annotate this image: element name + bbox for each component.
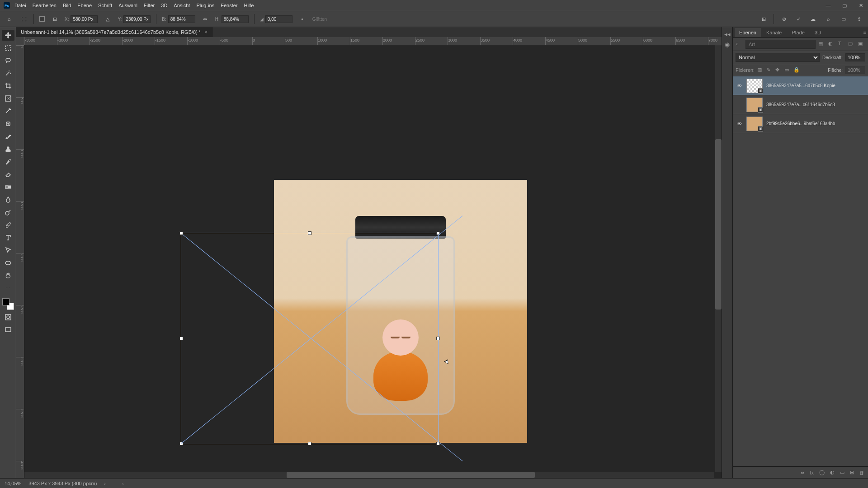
ruler-vertical[interactable]: 05001000150020002500300035004000 [16,45,24,478]
layer-name[interactable]: 2bf99c5e26bbe6...9baf6e163a4bb [766,121,865,126]
search-icon[interactable]: ⌕ [824,14,833,23]
document-info[interactable]: 3943 Px x 3943 Px (300 ppcm) [28,481,97,486]
layer-thumbnail[interactable]: ▣ [746,117,763,131]
layer-mask-icon[interactable]: ◯ [819,469,825,475]
menu-datei[interactable]: Datei [14,3,26,8]
commit-transform-icon[interactable]: ✓ [794,14,803,23]
quickmask-tool[interactable] [2,312,14,323]
layer-row[interactable]: 👁 ▣ 2bf99c5e26bbe6...9baf6e163a4bb [733,114,868,133]
dodge-tool[interactable] [2,207,14,218]
filter-image-icon[interactable]: ▤ [818,41,826,48]
delete-layer-icon[interactable]: 🗑 [859,470,864,475]
eraser-tool[interactable] [2,169,14,180]
wand-tool[interactable] [2,68,14,79]
tab-kanaele[interactable]: Kanäle [762,28,786,37]
scrollbar-vertical[interactable] [715,45,722,472]
arrange-icon[interactable]: ▭ [839,14,848,23]
lock-artboard-icon[interactable]: ▭ [784,67,791,73]
home-icon[interactable]: ⌂ [5,14,14,23]
layer-filter-input[interactable] [745,40,816,49]
lasso-tool[interactable] [2,55,14,66]
color-panel-icon[interactable]: ◉ [725,41,730,48]
group-icon[interactable]: ▭ [840,469,844,475]
canvas[interactable] [24,45,722,478]
tab-ebenen[interactable]: Ebenen [735,28,761,37]
tab-pfade[interactable]: Pfade [787,28,809,37]
close-button[interactable]: ✕ [857,3,864,9]
lock-position-icon[interactable]: ✥ [775,67,782,73]
transform-tool-icon[interactable]: ⛶ [19,14,28,23]
path-select-tool[interactable] [2,245,14,256]
layer-name[interactable]: 3865a59347e7a5...6d7b5c8 Kopie [766,83,865,88]
hand-tool[interactable] [2,270,14,281]
eyedropper-tool[interactable] [2,106,14,117]
cloud-icon[interactable]: ☁ [808,14,817,23]
panel-menu-icon[interactable]: ≡ [863,30,866,35]
layer-fx-icon[interactable]: fx [810,470,814,475]
width-input[interactable] [168,15,195,23]
warp-mode-icon[interactable]: ⊞ [759,14,768,23]
layer-name[interactable]: 3865a59347e7a...c611646d7b5c8 [766,102,865,107]
shape-tool[interactable] [2,258,14,268]
menu-plugins[interactable]: Plug-ins [196,3,214,8]
color-swatches[interactable] [2,298,14,310]
healing-tool[interactable] [2,118,14,129]
scroll-left-icon[interactable]: ‹ [122,481,124,486]
scrollbar-horizontal[interactable] [24,472,714,478]
menu-fenster[interactable]: Fenster [221,3,237,8]
more-tools[interactable]: ⋯ [2,283,14,294]
skew-h-icon[interactable]: ∘ [298,14,307,23]
transform-handle-ml[interactable] [179,337,183,340]
frame-tool[interactable] [2,93,14,104]
layer-row[interactable]: 👁 ▣ 3865a59347e7a5...6d7b5c8 Kopie [733,76,868,95]
x-input[interactable] [71,15,98,23]
transform-handle-bl[interactable] [179,442,183,446]
history-brush-tool[interactable] [2,156,14,167]
link-wh-icon[interactable]: ⇔ [201,14,210,23]
height-input[interactable] [222,15,249,23]
visibility-toggle[interactable]: 👁 [736,120,743,127]
foreground-color[interactable] [2,298,9,305]
link-layers-icon[interactable]: ∞ [801,470,805,475]
close-tab-icon[interactable]: × [204,29,207,35]
filter-type-icon[interactable]: T [838,41,845,48]
filter-adjust-icon[interactable]: ◐ [828,41,835,48]
lock-all-icon[interactable]: 🔒 [793,67,800,73]
transform-handle-tl[interactable] [179,231,183,235]
cancel-transform-icon[interactable]: ⊘ [779,14,788,23]
crop-tool[interactable] [2,80,14,91]
menu-bearbeiten[interactable]: Bearbeiten [33,3,57,8]
ruler-horizontal[interactable]: -3500-3000-2500-2000-1500-1000-500050010… [24,37,722,45]
reference-point-toggle[interactable] [39,16,45,22]
expand-panels-icon[interactable]: ◂◂ [724,31,731,38]
blur-tool[interactable] [2,194,14,205]
brush-tool[interactable] [2,131,14,142]
fill-input[interactable] [845,66,865,74]
document-tab[interactable]: Unbenannt-1 bei 14,1% (3865a59347e7a5d3d… [16,27,212,37]
opacity-input[interactable] [845,53,865,61]
y-input[interactable] [123,15,151,23]
interpolation-label[interactable]: Glätten [312,17,327,22]
lock-transparent-icon[interactable]: ▨ [757,67,764,73]
layer-row[interactable]: ▣ 3865a59347e7a...c611646d7b5c8 [733,95,868,114]
pen-tool[interactable] [2,220,14,230]
zoom-level[interactable]: 14,05% [5,481,21,486]
visibility-toggle[interactable] [736,101,743,108]
share-icon[interactable]: ⇪ [854,14,863,23]
type-tool[interactable] [2,232,14,243]
swap-xy-icon[interactable]: △ [103,14,112,23]
stamp-tool[interactable] [2,144,14,155]
info-chevron-icon[interactable]: › [104,481,106,486]
maximize-button[interactable]: ▢ [841,3,848,9]
move-tool[interactable] [2,30,14,41]
layer-thumbnail[interactable]: ▣ [746,98,763,112]
menu-ansicht[interactable]: Ansicht [174,3,190,8]
layer-thumbnail[interactable]: ▣ [746,79,763,93]
lock-paint-icon[interactable]: ✎ [766,67,773,73]
screenmode-tool[interactable] [2,324,14,335]
menu-3d[interactable]: 3D [161,3,167,8]
ruler-origin[interactable] [16,37,24,45]
adjustment-layer-icon[interactable]: ◐ [830,469,835,475]
reference-point-grid-icon[interactable]: ⊞ [50,14,59,23]
scrollbar-h-thumb[interactable] [287,472,535,478]
